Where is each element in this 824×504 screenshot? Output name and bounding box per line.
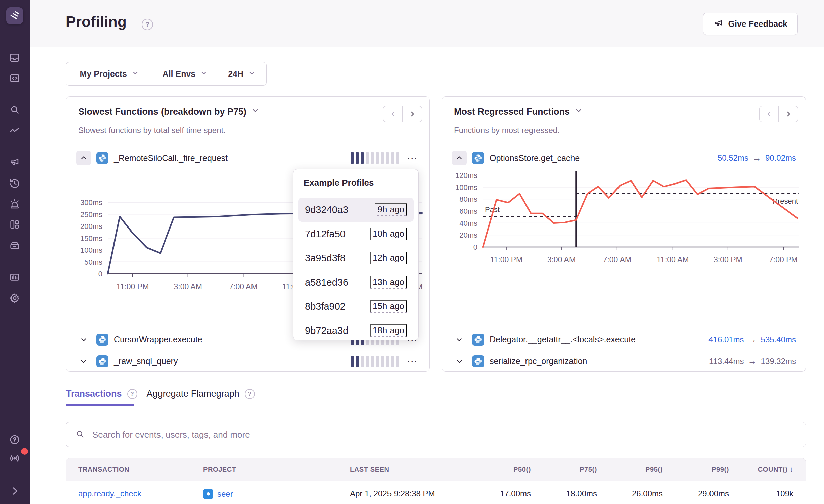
- next-page-button[interactable]: [403, 106, 422, 122]
- page-title: Profiling: [66, 13, 127, 30]
- search-input[interactable]: [92, 429, 806, 440]
- function-name-link[interactable]: Delegator.__getattr__.<locals>.execute: [490, 335, 636, 344]
- profile-list-item[interactable]: 7d12fa50 10h ago: [298, 222, 414, 246]
- profile-age-link[interactable]: 15h ago: [370, 300, 407, 313]
- transactions-help-icon[interactable]: ?: [127, 389, 137, 399]
- tab-transactions[interactable]: Transactions ?: [66, 389, 137, 399]
- profile-list-item[interactable]: 3a95d3f8 12h ago: [298, 246, 414, 270]
- transaction-link[interactable]: app.ready._check: [66, 489, 203, 498]
- sidebar-item-search[interactable]: [8, 104, 21, 116]
- profile-age-link[interactable]: 12h ago: [370, 252, 407, 264]
- profile-id-link[interactable]: 7d12fa50: [305, 229, 346, 240]
- row-options-button[interactable]: ⋯: [405, 358, 420, 365]
- expand-row-button[interactable]: [452, 354, 467, 369]
- before-value-link[interactable]: 416.01ms: [708, 335, 744, 344]
- profile-list-item[interactable]: a581ed36 13h ago: [298, 270, 414, 294]
- environment-filter-label: All Envs: [163, 69, 196, 79]
- date-range-dropdown[interactable]: 24H: [217, 62, 266, 85]
- previous-page-button[interactable]: [759, 106, 779, 122]
- next-page-button[interactable]: [779, 106, 798, 122]
- profile-id-link[interactable]: 3a95d3f8: [305, 253, 346, 264]
- sidebar-item-alerts[interactable]: [8, 198, 21, 211]
- column-header-p99[interactable]: P99(): [663, 466, 729, 473]
- sidebar-item-stats[interactable]: [8, 271, 21, 284]
- environment-filter-dropdown[interactable]: All Envs: [153, 62, 217, 85]
- expand-row-button[interactable]: [76, 354, 91, 369]
- sidebar-item-settings[interactable]: [8, 292, 21, 305]
- regressed-function-chart[interactable]: 120ms100ms80ms60ms40ms20ms011:00 PM3:00 …: [442, 162, 806, 273]
- give-feedback-button[interactable]: Give Feedback: [703, 13, 798, 35]
- chevron-down-icon: [251, 107, 259, 117]
- previous-page-button[interactable]: [383, 106, 403, 122]
- slowest-functions-title-dropdown[interactable]: Slowest Functions (breakdown by P75): [78, 107, 259, 117]
- function-name-link[interactable]: serialize_rpc_organization: [490, 356, 587, 366]
- function-name-link[interactable]: _RemoteSiloCall._fire_request: [114, 153, 228, 163]
- flamegraph-help-icon[interactable]: ?: [245, 389, 255, 399]
- profile-list-item[interactable]: 9b72aa3d 18h ago: [298, 318, 414, 343]
- most-regressed-title-dropdown[interactable]: Most Regressed Functions: [454, 107, 583, 117]
- sidebar-item-help[interactable]: [8, 434, 21, 446]
- expand-row-button[interactable]: [76, 332, 91, 347]
- function-score-bars: [351, 152, 399, 164]
- project-link[interactable]: seer: [203, 489, 350, 499]
- function-row: _RemoteSiloCall._fire_request ⋯: [66, 148, 429, 168]
- column-header-p95[interactable]: P95(): [597, 466, 663, 473]
- sentry-logo-icon: [9, 10, 20, 22]
- profile-id-link[interactable]: 9d3240a3: [305, 204, 348, 215]
- profile-age-link[interactable]: 18h ago: [370, 324, 407, 337]
- function-name-link[interactable]: OptionsStore.get_cache: [490, 153, 580, 163]
- before-value-link[interactable]: 50.52ms: [718, 153, 748, 163]
- svg-text:60ms: 60ms: [459, 207, 477, 215]
- profile-id-link[interactable]: 9b72aa3d: [305, 325, 348, 336]
- column-header-count[interactable]: COUNT() ↓: [729, 465, 806, 474]
- sidebar-item-sentry-logo[interactable]: [6, 7, 23, 24]
- profiling-help-icon[interactable]: ?: [142, 19, 153, 30]
- sidebar-item-feedback[interactable]: [8, 156, 21, 168]
- column-header-last-seen[interactable]: LAST SEEN: [350, 466, 466, 473]
- column-header-project[interactable]: PROJECT: [203, 466, 350, 473]
- after-value-link[interactable]: 535.40ms: [761, 335, 796, 344]
- regression-values: 416.01ms → 535.40ms: [708, 334, 796, 345]
- sidebar-item-replays[interactable]: [8, 177, 21, 190]
- sidebar-item-issues[interactable]: [8, 52, 21, 64]
- profile-list-item[interactable]: 8b3fa902 15h ago: [298, 294, 414, 318]
- expand-row-button[interactable]: [452, 332, 467, 347]
- profile-id-link[interactable]: a581ed36: [305, 277, 348, 288]
- tab-aggregate-flamegraph[interactable]: Aggregate Flamegraph ?: [147, 389, 255, 399]
- sidebar-item-explore[interactable]: [8, 72, 21, 85]
- sidebar-expand-button[interactable]: [8, 485, 21, 498]
- score-bar: [356, 152, 359, 164]
- date-range-label: 24H: [228, 69, 243, 79]
- after-value-link[interactable]: 90.02ms: [765, 153, 796, 163]
- example-profiles-title: Example Profiles: [293, 169, 418, 194]
- sidebar-item-dashboards[interactable]: [8, 218, 21, 231]
- search-bar: [66, 422, 806, 447]
- profile-list-item[interactable]: 9d3240a3 9h ago: [298, 198, 414, 222]
- project-filter-dropdown[interactable]: My Projects: [66, 62, 153, 85]
- profile-age-link[interactable]: 10h ago: [370, 228, 407, 240]
- view-tabs: Transactions ? Aggregate Flamegraph ?: [66, 389, 255, 399]
- sidebar-item-releases[interactable]: [8, 239, 21, 252]
- profile-id-link[interactable]: 8b3fa902: [305, 301, 346, 312]
- score-bar: [386, 152, 389, 164]
- function-name-link[interactable]: CursorWrapper.execute: [114, 335, 202, 344]
- chevron-down-icon: [575, 107, 583, 117]
- function-name-link[interactable]: _raw_snql_query: [114, 356, 178, 366]
- svg-text:11:00 PM: 11:00 PM: [117, 282, 149, 291]
- sidebar-item-whats-new[interactable]: [8, 452, 21, 465]
- row-options-button[interactable]: ⋯: [405, 155, 420, 161]
- svg-text:11:00 PM: 11:00 PM: [490, 255, 522, 264]
- profile-age-link[interactable]: 13h ago: [370, 276, 407, 289]
- history-clock-icon: [9, 178, 20, 190]
- column-header-transaction[interactable]: TRANSACTION: [66, 466, 203, 473]
- score-bar: [371, 356, 374, 367]
- column-header-p50[interactable]: P50(): [466, 466, 531, 473]
- sort-descending-icon: ↓: [789, 465, 793, 474]
- profile-age-link[interactable]: 9h ago: [375, 203, 407, 216]
- column-header-p75[interactable]: P75(): [531, 466, 597, 473]
- regression-values: 50.52ms → 90.02ms: [718, 153, 796, 163]
- p75-cell: 18.00ms: [531, 489, 597, 498]
- collapse-row-button[interactable]: [76, 151, 91, 165]
- example-profiles-popover: Example Profiles 9d3240a3 9h ago 7d12fa5…: [293, 169, 419, 340]
- sidebar-item-performance[interactable]: [8, 125, 21, 138]
